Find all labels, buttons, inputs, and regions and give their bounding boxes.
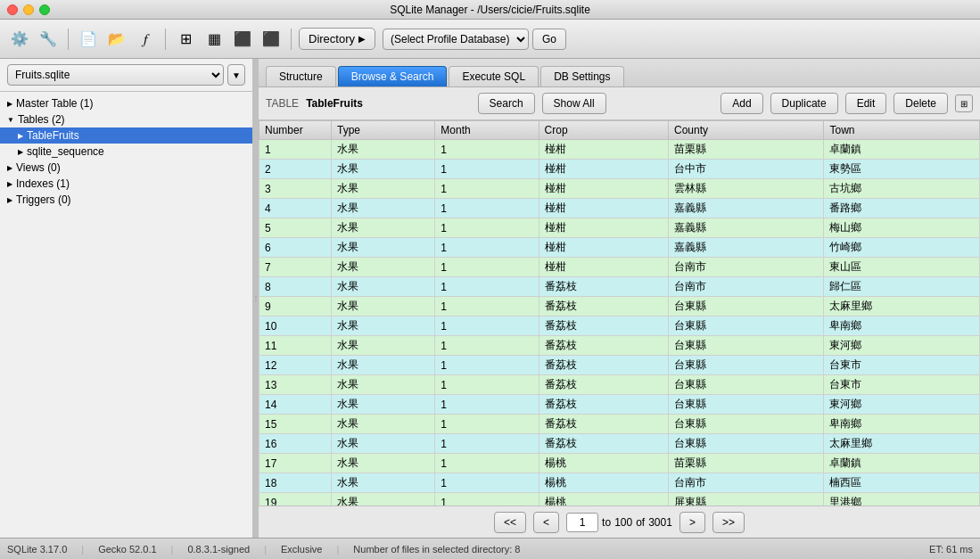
table-row[interactable]: 15水果1番荔枝台東縣卑南鄉 xyxy=(259,415,980,434)
expand-icon[interactable]: ⊞ xyxy=(955,95,973,112)
sidebar-item-tables[interactable]: ▼ Tables (2) xyxy=(0,111,252,127)
maximize-button[interactable] xyxy=(39,4,50,15)
table-row[interactable]: 11水果1番荔枝台東縣東河鄉 xyxy=(259,336,980,356)
sidebar-item-master-table[interactable]: ▶ Master Table (1) xyxy=(0,95,252,111)
current-page-input[interactable] xyxy=(566,513,598,532)
go-button[interactable]: Go xyxy=(532,29,566,50)
sidebar-item-indexes[interactable]: ▶ Indexes (1) xyxy=(0,176,252,192)
tab-execute-sql[interactable]: Execute SQL xyxy=(449,66,539,86)
expand-icon: ▼ xyxy=(7,116,14,124)
col-header-town: Town xyxy=(824,121,980,140)
cell-type: 水果 xyxy=(331,493,434,506)
delete-button[interactable]: Delete xyxy=(894,93,948,114)
show-all-button[interactable]: Show All xyxy=(542,93,606,114)
data-table-container[interactable]: Number Type Month Crop County Town 1水果1椪… xyxy=(259,120,980,506)
tab-db-settings[interactable]: DB Settings xyxy=(540,66,623,86)
search-button[interactable]: Search xyxy=(478,93,535,114)
cell-county: 苗栗縣 xyxy=(668,140,823,160)
table-row[interactable]: 16水果1番荔枝台東縣太麻里鄉 xyxy=(259,434,980,454)
next-page-button[interactable]: > xyxy=(679,512,705,533)
table-row[interactable]: 19水果1楊桃屏東縣里港鄉 xyxy=(259,493,980,506)
cell-num: 3 xyxy=(259,179,332,199)
tab-structure[interactable]: Structure xyxy=(266,66,336,86)
col-header-type: Type xyxy=(331,121,434,140)
titlebar: SQLite Manager - /Users/cicie/Fruits.sql… xyxy=(0,0,980,20)
cell-crop: 番荔枝 xyxy=(539,434,668,454)
table-row[interactable]: 12水果1番荔枝台東縣台東市 xyxy=(259,356,980,375)
sidebar-item-label: Views (0) xyxy=(16,161,61,174)
cell-county: 台東縣 xyxy=(668,356,823,375)
cell-type: 水果 xyxy=(331,218,434,238)
table-row[interactable]: 9水果1番荔枝台東縣太麻里鄉 xyxy=(259,297,980,316)
table-row[interactable]: 3水果1椪柑雲林縣古坑鄉 xyxy=(259,179,980,199)
cell-crop: 椪柑 xyxy=(539,258,668,277)
cell-county: 台東縣 xyxy=(668,375,823,395)
sidebar-item-tablefruits[interactable]: ▶ TableFruits xyxy=(0,127,252,144)
import-icon[interactable]: ⬛ xyxy=(259,27,284,52)
table-row[interactable]: 14水果1番荔枝台東縣東河鄉 xyxy=(259,395,980,415)
table-row[interactable]: 1水果1椪柑苗栗縣卓蘭鎮 xyxy=(259,140,980,160)
tools-icon[interactable]: 🔧 xyxy=(36,27,61,52)
profile-select-container: (Select Profile Database) Go xyxy=(383,29,566,50)
new-doc-icon[interactable]: 📄 xyxy=(76,27,101,52)
table-row[interactable]: 8水果1番荔枝台南市歸仁區 xyxy=(259,277,980,297)
table-row[interactable]: 5水果1椪柑嘉義縣梅山鄉 xyxy=(259,218,980,238)
sidebar-item-views[interactable]: ▶ Views (0) xyxy=(0,160,252,176)
cell-town: 太麻里鄉 xyxy=(824,434,980,454)
cell-month: 1 xyxy=(435,277,539,297)
profile-select[interactable]: (Select Profile Database) xyxy=(383,29,529,50)
sidebar-item-label: Indexes (1) xyxy=(16,177,70,190)
table-icon[interactable]: ⊞ xyxy=(173,27,198,52)
table-row[interactable]: 10水果1番荔枝台東縣卑南鄉 xyxy=(259,316,980,336)
cell-town: 歸仁區 xyxy=(824,277,980,297)
cell-county: 台東縣 xyxy=(668,316,823,336)
table-row[interactable]: 17水果1楊桃苗栗縣卓蘭鎮 xyxy=(259,454,980,473)
preferences-icon[interactable]: ⚙️ xyxy=(7,27,32,52)
cell-town: 卓蘭鎮 xyxy=(824,140,980,160)
table-row[interactable]: 2水果1椪柑台中市東勢區 xyxy=(259,160,980,179)
last-page-button[interactable]: >> xyxy=(712,512,745,533)
table-row[interactable]: 4水果1椪柑嘉義縣番路鄉 xyxy=(259,199,980,218)
expand-icon: ▶ xyxy=(7,164,12,172)
table-row[interactable]: 13水果1番荔枝台東縣台東市 xyxy=(259,375,980,395)
col-header-crop: Crop xyxy=(539,121,668,140)
cell-county: 台南市 xyxy=(668,473,823,493)
db-select[interactable]: Fruits.sqlite xyxy=(7,64,224,86)
table-row[interactable]: 18水果1楊桃台南市楠西區 xyxy=(259,473,980,493)
open-icon[interactable]: 📂 xyxy=(104,27,129,52)
per-page: 100 xyxy=(614,516,632,529)
cell-crop: 番荔枝 xyxy=(539,415,668,434)
add-button[interactable]: Add xyxy=(721,93,762,114)
cell-num: 5 xyxy=(259,218,332,238)
cell-crop: 椪柑 xyxy=(539,199,668,218)
cell-county: 嘉義縣 xyxy=(668,238,823,258)
toolbar-separator-1 xyxy=(68,29,69,50)
sidebar-item-sqlite-sequence[interactable]: ▶ sqlite_sequence xyxy=(0,144,252,160)
cell-num: 8 xyxy=(259,277,332,297)
cell-county: 苗栗縣 xyxy=(668,454,823,473)
edit-button[interactable]: Edit xyxy=(845,93,887,114)
statusbar: SQLite 3.17.0 | Gecko 52.0.1 | 0.8.3.1-s… xyxy=(0,538,980,559)
cell-month: 1 xyxy=(435,336,539,356)
cell-crop: 椪柑 xyxy=(539,218,668,238)
db-select-arrow-icon[interactable]: ▼ xyxy=(227,64,245,86)
expand-icon: ▶ xyxy=(7,100,12,108)
minimize-button[interactable] xyxy=(23,4,34,15)
cell-crop: 番荔枝 xyxy=(539,356,668,375)
grid-icon[interactable]: ▦ xyxy=(202,27,226,52)
cell-month: 1 xyxy=(435,140,539,160)
table-row[interactable]: 7水果1椪柑台南市東山區 xyxy=(259,258,980,277)
function-icon[interactable]: 𝑓 xyxy=(133,27,158,52)
close-button[interactable] xyxy=(7,4,18,15)
expand-icon: ▶ xyxy=(7,180,12,188)
directory-button[interactable]: Directory ▶ xyxy=(299,28,375,50)
table-row[interactable]: 6水果1椪柑嘉義縣竹崎鄉 xyxy=(259,238,980,258)
export-icon[interactable]: ⬛ xyxy=(230,27,255,52)
first-page-button[interactable]: << xyxy=(494,512,526,533)
cell-county: 台南市 xyxy=(668,277,823,297)
tab-browse-search[interactable]: Browse & Search xyxy=(338,66,448,86)
sidebar-item-triggers[interactable]: ▶ Triggers (0) xyxy=(0,192,252,208)
prev-page-button[interactable]: < xyxy=(533,512,559,533)
cell-num: 2 xyxy=(259,160,332,179)
duplicate-button[interactable]: Duplicate xyxy=(770,93,838,114)
